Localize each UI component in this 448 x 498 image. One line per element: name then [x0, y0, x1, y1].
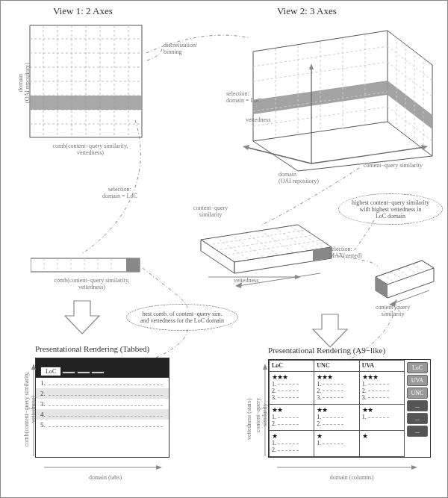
tabbed-panel: LoC 1. 2. 3. 4. 5. — [35, 358, 169, 458]
svg-marker-81 — [156, 465, 162, 470]
connectors — [1, 1, 448, 372]
a9-side-uva[interactable]: UVA — [407, 375, 428, 386]
result-4: 4. — [36, 409, 169, 420]
result-1: 1. — [36, 378, 169, 388]
a9-title: Presentational Rendering (A9−like) — [268, 346, 385, 355]
tab-loc[interactable]: LoC — [40, 367, 61, 376]
tabbed-yarrow — [29, 364, 38, 459]
a9-side-loc[interactable]: LoC — [407, 362, 428, 373]
svg-marker-83 — [31, 364, 36, 370]
a9-xlabel: domain (columns) — [299, 474, 404, 481]
svg-marker-85 — [411, 465, 417, 470]
a9-row-2star: ★★1.2. ★★1.2. ★★1. — [270, 405, 405, 431]
a9-side-more1[interactable]: ... — [407, 400, 428, 411]
result-3: 3. — [36, 399, 169, 409]
a9-col-loc[interactable]: LoC — [270, 361, 314, 372]
a9-side-more3[interactable]: ... — [407, 426, 428, 437]
a9-col-uva[interactable]: UVA — [359, 361, 404, 372]
a9-row-3star: ★★★1.2.3. ★★★1.2.3. ★★★1.2.3. — [270, 371, 405, 404]
tabbed-xlabel: domain (tabs) — [60, 474, 150, 481]
svg-marker-87 — [263, 364, 267, 370]
a9-side-more2[interactable]: ... — [407, 413, 428, 424]
result-2: 2. — [36, 388, 169, 399]
a9-side-unc[interactable]: UNC — [407, 387, 428, 399]
a9-xarrow — [277, 462, 419, 473]
tabbed-title: Presentational Rendering (Tabbed) — [35, 344, 149, 353]
a9-yarrow — [261, 364, 270, 459]
tabbed-xarrow — [44, 462, 164, 473]
result-5: 5. — [36, 420, 169, 430]
tab-2[interactable] — [62, 371, 75, 373]
a9-panel: LoC UNC UVA ★★★1.2.3. ★★★1.2.3. ★★★1.2.3… — [268, 359, 431, 458]
a9-row-1star: ★1.2. ★1. ★ — [270, 431, 405, 457]
tab-4[interactable] — [91, 371, 105, 373]
a9-col-unc[interactable]: UNC — [314, 361, 359, 372]
a9-ylabel1: vettedness (stars) — [246, 382, 252, 456]
tab-3[interactable] — [77, 371, 90, 373]
